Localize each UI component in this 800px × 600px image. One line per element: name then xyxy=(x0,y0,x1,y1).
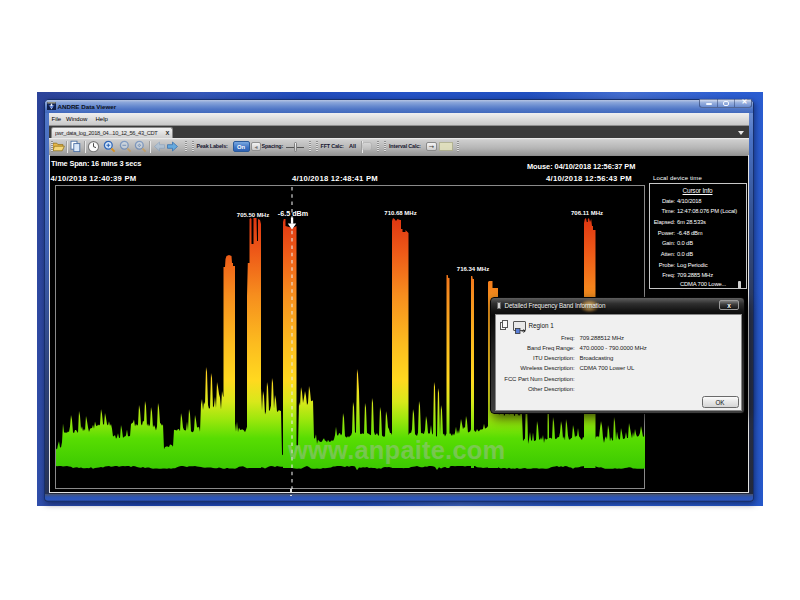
svg-text:710.68 MHz: 710.68 MHz xyxy=(384,210,416,216)
svg-text:-6.5 dBm: -6.5 dBm xyxy=(278,209,308,218)
svg-text:705.50 MHz: 705.50 MHz xyxy=(237,212,269,218)
svg-text:706.11 MHz: 706.11 MHz xyxy=(571,210,603,216)
svg-text:716.34 MHz: 716.34 MHz xyxy=(457,266,489,272)
